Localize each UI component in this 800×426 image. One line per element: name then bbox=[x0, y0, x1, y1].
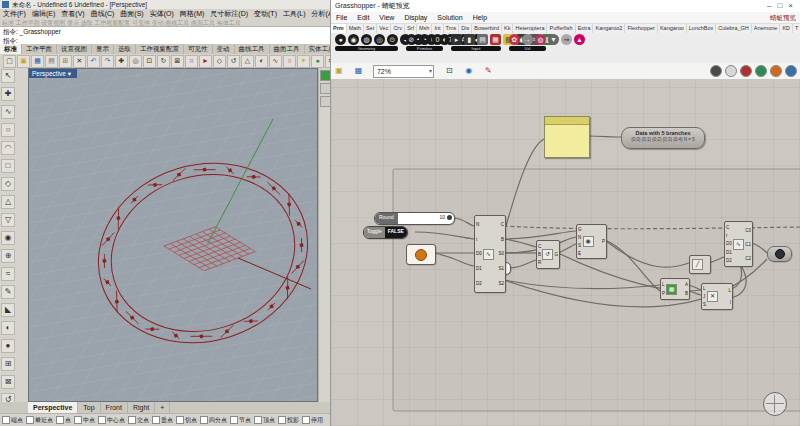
sidebar-tool-icon-4[interactable]: ◠ bbox=[1, 141, 15, 155]
port-out-p[interactable]: P bbox=[602, 239, 605, 244]
zoom-window-icon[interactable]: ⊡ bbox=[143, 55, 156, 68]
slider-icon[interactable]: ▸ bbox=[451, 34, 462, 45]
gh-menu-file[interactable]: File bbox=[336, 14, 347, 21]
osnap-2[interactable]: 点 bbox=[56, 417, 71, 423]
rhino-tab-7[interactable]: 变动 bbox=[213, 44, 235, 54]
gh-tab-anemone[interactable]: Anemone bbox=[752, 24, 781, 33]
gh-tab-math[interactable]: Math bbox=[347, 24, 364, 33]
brep-icon[interactable]: ◎ bbox=[374, 34, 385, 45]
port-in-s[interactable]: S bbox=[703, 302, 706, 307]
viewport-tab-add[interactable]: + bbox=[155, 402, 170, 413]
scale-icon[interactable]: △ bbox=[241, 55, 254, 68]
port-out-c2[interactable]: C2 bbox=[745, 256, 751, 261]
gh-tab-kk[interactable]: Kk bbox=[502, 24, 513, 33]
gh-tab-srf[interactable]: Srf bbox=[405, 24, 417, 33]
port-in-l[interactable]: L bbox=[662, 282, 665, 287]
zoom-extents-icon[interactable]: ⊡ bbox=[443, 65, 455, 77]
osnap-checkbox-2[interactable] bbox=[56, 416, 64, 424]
sidebar-tool-icon-9[interactable]: ◉ bbox=[1, 231, 15, 245]
gh-tab-crv[interactable]: Crv bbox=[391, 24, 405, 33]
rhino-tab-4[interactable]: 选取 bbox=[114, 44, 136, 54]
gh-tab-extra[interactable]: Extra bbox=[576, 24, 594, 33]
port-in-t[interactable]: t bbox=[476, 237, 477, 242]
red-preview-icon[interactable] bbox=[740, 65, 752, 77]
port-out-c1[interactable]: C1 bbox=[745, 242, 751, 247]
osnap-checkbox-3[interactable] bbox=[74, 416, 82, 424]
colour-swatch-component[interactable] bbox=[406, 244, 436, 265]
rhino-tab-8[interactable]: 曲线工具 bbox=[235, 44, 270, 54]
gh-menu-help[interactable]: Help bbox=[473, 14, 487, 21]
dispatch-component[interactable]: LP▦AB bbox=[660, 278, 690, 300]
rhino-tab-10[interactable]: 实体工具 bbox=[305, 44, 331, 54]
rhino-menu-item-4[interactable]: 曲面(S) bbox=[120, 10, 143, 17]
gh-tab-dis[interactable]: Dis bbox=[459, 24, 472, 33]
preview-eye-icon[interactable]: ◉ bbox=[463, 65, 475, 77]
gh-tab-flexhopper[interactable]: Flexhopper bbox=[625, 24, 658, 33]
panel-green-icon[interactable] bbox=[320, 70, 331, 81]
sidebar-tool-icon-10[interactable]: ⊕ bbox=[1, 249, 15, 263]
port-in-g[interactable]: G bbox=[578, 227, 582, 232]
rhino-command-area[interactable]: 指令: _Grasshopper 指令: bbox=[0, 26, 330, 46]
osnap-3[interactable]: 中点 bbox=[74, 417, 95, 423]
gh-menu-display[interactable]: Display bbox=[404, 14, 427, 21]
sidebar-tool-icon-14[interactable]: ◐ bbox=[1, 321, 15, 335]
gh-tab-prm[interactable]: Prm bbox=[331, 24, 347, 33]
osnap-checkbox-0[interactable] bbox=[2, 416, 10, 424]
osnap-checkbox-6[interactable] bbox=[152, 416, 160, 424]
port-out-b[interactable]: B bbox=[685, 291, 688, 296]
grid-icon[interactable]: ⌗ bbox=[185, 55, 198, 68]
null-icon[interactable]: ⊘ bbox=[406, 34, 417, 45]
mesh-icon[interactable]: ⊙ bbox=[387, 34, 398, 45]
move-icon[interactable]: ► bbox=[199, 55, 212, 68]
sidebar-tool-icon-2[interactable]: ∿ bbox=[1, 105, 15, 119]
gh-menu-edit[interactable]: Edit bbox=[357, 14, 369, 21]
dash-pattern-component[interactable]: CtD0D1D2∿C0C1C2 bbox=[724, 221, 753, 267]
gh-tab-kd[interactable]: KD bbox=[780, 24, 793, 33]
osnap-checkbox-12[interactable] bbox=[302, 416, 310, 424]
save-file-icon[interactable]: ▦ bbox=[352, 65, 364, 77]
pan-icon[interactable]: ✚ bbox=[115, 55, 128, 68]
zoom-level-select[interactable]: 72% bbox=[373, 65, 434, 78]
port-out-c0[interactable]: C0 bbox=[745, 228, 751, 233]
open-folder-icon[interactable]: ▣ bbox=[17, 55, 30, 68]
osnap-6[interactable]: 垂点 bbox=[152, 417, 173, 423]
gh-tab-vec[interactable]: Vec bbox=[377, 24, 391, 33]
orange-preview-icon[interactable] bbox=[770, 65, 782, 77]
port-in-c[interactable]: C bbox=[538, 244, 541, 249]
osnap-checkbox-9[interactable] bbox=[230, 416, 238, 424]
mirror-icon[interactable]: ◐ bbox=[255, 55, 268, 68]
port-in-d2[interactable]: D2 bbox=[476, 281, 482, 286]
save-icon[interactable]: ▦ bbox=[31, 55, 44, 68]
port-in-t[interactable]: t bbox=[726, 233, 727, 238]
osnap-12[interactable]: 停用 bbox=[302, 417, 323, 423]
sidebar-tool-icon-3[interactable]: ○ bbox=[1, 123, 15, 137]
gh-tab-msh[interactable]: Msh bbox=[417, 24, 432, 33]
number-slider[interactable]: Round 10 bbox=[374, 212, 455, 225]
sidebar-tool-icon-12[interactable]: ✎ bbox=[1, 285, 15, 299]
delete-icon[interactable]: ✕ bbox=[73, 55, 86, 68]
port-in-d1[interactable]: D1 bbox=[726, 250, 732, 255]
rhino-menu-item-8[interactable]: 变动(T) bbox=[254, 10, 277, 17]
rhino-menu-item-0[interactable]: 文件(F) bbox=[3, 10, 26, 17]
port-out-s2[interactable]: S2 bbox=[498, 281, 504, 286]
port-in-n[interactable]: N bbox=[578, 235, 581, 240]
panel-component[interactable]: · · · · · · · bbox=[544, 116, 590, 158]
sidebar-tool-icon-7[interactable]: △ bbox=[1, 195, 15, 209]
rhino-menu-item-3[interactable]: 曲线(C) bbox=[91, 10, 115, 17]
sidebar-tool-icon-11[interactable]: ≈ bbox=[1, 267, 15, 281]
swatch-icon[interactable]: ▦ bbox=[490, 34, 501, 45]
curve-tool-icon[interactable]: ∿ bbox=[269, 55, 282, 68]
gh-tab-lunchbox[interactable]: LunchBox bbox=[687, 24, 716, 33]
port-in-s[interactable]: S bbox=[578, 243, 581, 248]
port-out-s1[interactable]: S1 bbox=[498, 266, 504, 271]
osnap-1[interactable]: 最近点 bbox=[26, 417, 53, 423]
canvas-compass-widget[interactable] bbox=[763, 392, 787, 416]
port-in-e[interactable]: E bbox=[578, 251, 581, 256]
open-file-icon[interactable]: ▣ bbox=[333, 65, 345, 77]
port-out-a[interactable]: A bbox=[685, 282, 688, 287]
output-param-capsule[interactable] bbox=[767, 246, 792, 262]
viewport-tab-top[interactable]: Top bbox=[78, 402, 100, 413]
rhino-tab-5[interactable]: 工作视窗配置 bbox=[136, 44, 184, 54]
sidebar-tool-icon-6[interactable]: ◇ bbox=[1, 177, 15, 191]
boolean-icon[interactable]: ◔ bbox=[419, 34, 430, 45]
